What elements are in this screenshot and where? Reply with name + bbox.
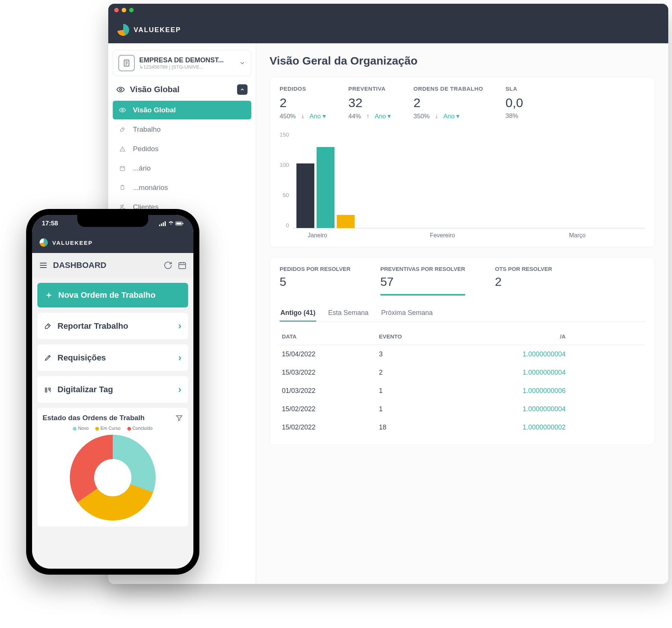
tab[interactable]: Esta Semana <box>327 305 369 322</box>
svg-rect-16 <box>45 390 47 392</box>
table-row[interactable]: 15/03/2022 2 1.0000000004 <box>280 363 645 382</box>
table-header-evento: EVENTO <box>379 333 476 340</box>
phone-mockup: 17:58 VALUEKEEP DASHBOARD <box>26 209 199 575</box>
chevron-right-icon: › <box>178 320 181 332</box>
svg-rect-3 <box>120 166 125 171</box>
kpi-card: PEDIDOS 2 450% ↓ Ano ▾ PREVENTIVA 32 44%… <box>270 77 655 247</box>
sidebar-item-label: Visão Global <box>133 106 176 114</box>
plus-icon <box>45 291 53 299</box>
table-row[interactable]: 15/04/2022 3 1.0000000004 <box>280 345 645 363</box>
chart-y-axis: 150100500 <box>280 131 293 228</box>
kpi-sla: SLA 0,0 38% <box>505 85 523 120</box>
kpi-preventiva: PREVENTIVA 32 44% ↑ Ano ▾ <box>348 85 391 120</box>
donut-legend: Novo Em Curso Concluído <box>43 426 183 431</box>
refresh-icon[interactable] <box>164 261 172 270</box>
chevron-down-icon <box>239 60 246 66</box>
mobile-action-item[interactable]: Requisições › <box>37 344 188 371</box>
item-icon <box>44 386 52 393</box>
main-content: Visão Geral da Organização PEDIDOS 2 450… <box>256 43 668 584</box>
svg-rect-9 <box>165 221 166 226</box>
cta-label: Nova Ordem de Trabalho <box>58 290 155 300</box>
table-header-data: DATA <box>282 333 379 340</box>
table-header-a: /A <box>476 333 566 340</box>
brand-logo: VALUEKEEP <box>117 24 181 36</box>
app-bar: VALUEKEEP <box>108 16 668 43</box>
nav-header[interactable]: Visão Global <box>113 76 251 100</box>
minimize-dot-icon[interactable] <box>122 8 126 12</box>
mobile-title: DASHBOARD <box>53 260 106 270</box>
bar <box>337 215 355 228</box>
resolver-kpi[interactable]: PREVENTIVAS POR RESOLVER 57 <box>380 266 465 296</box>
svg-rect-12 <box>183 223 183 224</box>
eye-icon <box>119 107 126 113</box>
svg-point-5 <box>121 205 122 207</box>
tabs: Antigo (41)Esta SemanaPróxima Semana <box>280 305 645 322</box>
document-icon <box>118 55 135 71</box>
resolver-kpi[interactable]: PEDIDOS POR RESOLVER 5 <box>280 266 351 296</box>
chart-x-labels: JaneiroFevereiroMarço <box>293 228 645 239</box>
sidebar-item-visao-global[interactable]: Visão Global <box>113 101 251 119</box>
new-work-order-button[interactable]: Nova Ordem de Trabalho <box>37 283 188 307</box>
mobile-action-item[interactable]: Digitalizar Tag › <box>37 376 188 403</box>
menu-icon[interactable] <box>39 261 48 270</box>
logo-icon <box>117 24 129 36</box>
tab[interactable]: Próxima Semana <box>380 305 433 322</box>
sidebar-item-trabalho[interactable]: Trabalho <box>113 120 251 139</box>
phone-screen: 17:58 VALUEKEEP DASHBOARD <box>32 215 193 569</box>
svg-rect-8 <box>163 222 164 226</box>
sidebar-item-5[interactable]: ...monários <box>113 178 251 197</box>
svg-rect-4 <box>121 186 124 190</box>
status-icons <box>159 221 184 226</box>
svg-rect-11 <box>176 222 181 225</box>
chart-cluster <box>296 147 355 228</box>
sidebar-item-4[interactable]: ...ário <box>113 159 251 178</box>
bar <box>317 147 335 228</box>
donut-card: Estado das Ordens de Trabalh Novo Em Cur… <box>37 408 188 527</box>
svg-point-2 <box>122 109 124 111</box>
maximize-dot-icon[interactable] <box>129 8 134 12</box>
item-icon <box>44 354 52 362</box>
phone-notch <box>77 215 148 227</box>
resolver-kpi[interactable]: OTS POR RESOLVER 2 <box>495 266 552 296</box>
mobile-app-bar: VALUEKEEP <box>32 232 193 253</box>
bar-chart: 150100500 JaneiroFevereiroMarço <box>280 131 645 239</box>
kpi-ordens de trabalho: ORDENS DE TRABALHO 2 350% ↓ Ano ▾ <box>413 85 483 120</box>
sidebar-item-label: Pedidos <box>133 145 159 153</box>
svg-point-1 <box>119 88 122 91</box>
sidebar-item-pedidos[interactable]: Pedidos <box>113 140 251 158</box>
close-dot-icon[interactable] <box>114 8 119 12</box>
bar <box>296 163 314 228</box>
tab[interactable]: Antigo (41) <box>280 305 316 322</box>
hammer-icon <box>119 126 126 132</box>
donut-chart <box>70 435 156 521</box>
calendar-icon[interactable] <box>178 261 187 270</box>
calendar-icon <box>119 165 126 171</box>
nav-header-label: Visão Global <box>130 85 180 94</box>
filter-icon[interactable] <box>175 414 183 422</box>
mobile-action-item[interactable]: Reportar Trabalho › <box>37 313 188 339</box>
resolver-card: PEDIDOS POR RESOLVER 5 PREVENTIVAS POR R… <box>270 257 655 445</box>
company-name: EMPRESA DE DEMONST... <box>139 56 234 64</box>
svg-rect-6 <box>159 225 160 226</box>
brand-name: VALUEKEEP <box>52 240 93 246</box>
svg-rect-14 <box>45 388 47 389</box>
kpi-pedidos: PEDIDOS 2 450% ↓ Ano ▾ <box>280 85 326 120</box>
donut-title: Estado das Ordens de Trabalh <box>43 414 144 422</box>
svg-rect-15 <box>49 388 50 389</box>
table-row[interactable]: 01/03/2022 1 1.0000000006 <box>280 382 645 400</box>
item-icon <box>44 322 52 330</box>
sidebar-item-label: ...monários <box>133 184 168 192</box>
svg-rect-13 <box>179 263 186 269</box>
table-row[interactable]: 15/02/2022 1 1.0000000004 <box>280 400 645 418</box>
collapse-icon[interactable] <box>237 84 248 95</box>
table-row[interactable]: 15/02/2022 18 1.0000000002 <box>280 418 645 437</box>
mobile-header: DASHBOARD <box>32 253 193 278</box>
sidebar-item-label: Trabalho <box>133 125 161 134</box>
eye-icon <box>116 85 125 94</box>
page-title: Visão Geral da Organização <box>270 54 655 67</box>
company-selector[interactable]: EMPRESA DE DEMONST... ↳123456789 | [STG-… <box>113 50 251 76</box>
company-subtitle: ↳123456789 | [STG-UNIVE... <box>139 64 234 70</box>
brand-name: VALUEKEEP <box>134 26 181 34</box>
chevron-right-icon: › <box>178 352 181 363</box>
status-time: 17:58 <box>42 220 58 227</box>
